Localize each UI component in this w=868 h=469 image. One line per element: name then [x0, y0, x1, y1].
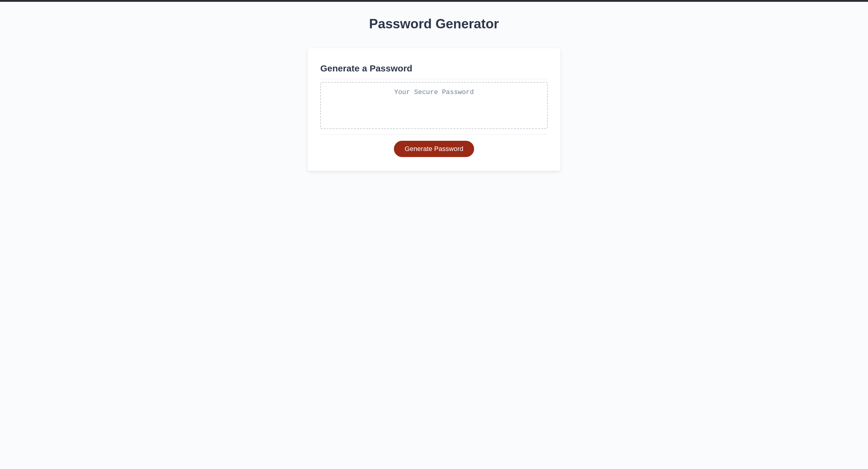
card-footer: Generate Password: [320, 135, 548, 157]
card-body: [320, 79, 548, 135]
generate-password-button[interactable]: Generate Password: [394, 141, 474, 157]
password-output[interactable]: [320, 82, 548, 129]
card-header: Generate a Password: [320, 63, 548, 79]
page-title: Password Generator: [208, 16, 660, 31]
card-title: Generate a Password: [320, 63, 548, 73]
generator-card: Generate a Password Generate Password: [308, 48, 560, 171]
